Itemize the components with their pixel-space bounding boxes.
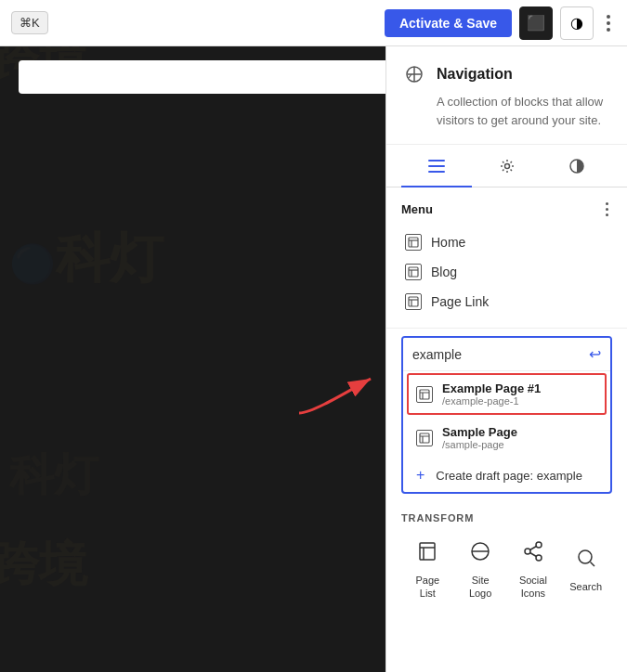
view-icon: ⬛ xyxy=(527,14,545,32)
create-draft-plus-icon: + xyxy=(416,467,425,484)
social-icons-label: SocialIcons xyxy=(519,574,547,601)
svg-point-30 xyxy=(525,549,530,554)
page-icon-page-link xyxy=(405,293,422,310)
svg-rect-5 xyxy=(428,165,445,167)
result-info-sample-page: Sample Page /sample-page xyxy=(442,425,517,450)
svg-point-29 xyxy=(536,542,542,548)
site-logo-label: SiteLogo xyxy=(469,574,491,601)
block-icon-tabs xyxy=(386,145,627,187)
svg-rect-18 xyxy=(420,390,429,399)
svg-point-7 xyxy=(504,163,509,168)
svg-rect-15 xyxy=(409,297,418,306)
tab-settings-view[interactable] xyxy=(472,145,542,187)
site-logo-icon xyxy=(464,535,497,568)
transform-search[interactable]: Search xyxy=(569,541,603,593)
svg-rect-9 xyxy=(409,238,418,247)
menu-item-blog-label: Blog xyxy=(431,265,457,279)
result-icon-example-page xyxy=(416,386,433,403)
svg-rect-12 xyxy=(409,267,418,277)
menu-more-options[interactable] xyxy=(602,199,612,220)
sidebar-panel: Template part Block × Navigation A colle… xyxy=(385,0,627,672)
search-dropdown: example ↩ Example Page #1 /example-page-… xyxy=(401,336,612,494)
svg-point-31 xyxy=(536,555,542,561)
search-icon xyxy=(569,541,603,575)
svg-rect-4 xyxy=(428,160,445,162)
result-url-sample-page: /sample-page xyxy=(442,439,517,450)
search-label: Search xyxy=(569,580,602,593)
navigation-block-icon xyxy=(401,61,427,87)
svg-line-32 xyxy=(529,553,536,557)
contrast-button[interactable]: ◑ xyxy=(560,6,594,40)
svg-rect-6 xyxy=(428,171,445,173)
tab-list-view[interactable] xyxy=(401,145,472,187)
create-draft-page[interactable]: + Create draft page: example xyxy=(403,459,610,492)
top-toolbar: ⌘K Activate & Save ⬛ ◑ xyxy=(0,0,627,46)
view-toggle-button[interactable]: ⬛ xyxy=(519,6,553,40)
svg-point-34 xyxy=(579,550,592,563)
result-name-example-page: Example Page #1 xyxy=(442,381,541,395)
transform-site-logo[interactable]: SiteLogo xyxy=(464,535,497,601)
block-title: Navigation xyxy=(437,66,513,83)
watermark-4: 科灯 xyxy=(9,446,98,505)
more-options-button[interactable] xyxy=(601,9,616,37)
transform-page-list[interactable]: PageList xyxy=(411,535,444,601)
block-description: A collection of blocks that allow visito… xyxy=(437,93,612,129)
watermark-2: 🔵科灯 xyxy=(9,223,163,295)
search-input-row: example ↩ xyxy=(403,338,610,371)
contrast-icon: ◑ xyxy=(570,14,583,32)
menu-section: Menu Home Blog xyxy=(386,187,627,329)
menu-item-page-link[interactable]: Page Link xyxy=(401,287,612,317)
search-return-icon[interactable]: ↩ xyxy=(589,345,601,363)
page-icon-blog xyxy=(405,264,422,280)
create-draft-label: Create draft page: example xyxy=(436,469,582,483)
page-icon-home xyxy=(405,234,422,251)
result-name-sample-page: Sample Page xyxy=(442,425,517,439)
result-icon-sample-page xyxy=(416,430,433,446)
menu-item-blog[interactable]: Blog xyxy=(401,257,612,287)
search-result-sample-page[interactable]: Sample Page /sample-page xyxy=(403,417,610,459)
watermark-3: 跨境 xyxy=(0,533,87,598)
tab-styles-view[interactable] xyxy=(542,145,612,187)
result-info-example-page: Example Page #1 /example-page-1 xyxy=(442,381,541,407)
svg-rect-24 xyxy=(420,543,435,560)
menu-label: Menu xyxy=(401,202,433,216)
transform-section: TRANSFORM PageList xyxy=(386,501,627,612)
transform-label: TRANSFORM xyxy=(401,512,612,523)
result-url-example-page: /example-page-1 xyxy=(442,395,541,407)
block-info-header: Navigation xyxy=(401,61,612,87)
search-input-value[interactable]: example xyxy=(412,347,589,362)
activate-save-button[interactable]: Activate & Save xyxy=(385,9,512,37)
command-shortcut[interactable]: ⌘K xyxy=(11,11,48,34)
red-arrow-indicator xyxy=(294,371,378,421)
social-icons-icon xyxy=(516,535,550,568)
shortcut-text: ⌘K xyxy=(20,16,40,30)
page-list-label: PageList xyxy=(416,574,440,601)
search-result-example-page[interactable]: Example Page #1 /example-page-1 xyxy=(407,373,607,415)
transform-social-icons[interactable]: SocialIcons xyxy=(516,535,550,601)
menu-item-page-link-label: Page Link xyxy=(431,294,489,309)
page-list-icon xyxy=(411,535,444,568)
block-info-section: Navigation A collection of blocks that a… xyxy=(386,46,627,145)
svg-line-33 xyxy=(529,547,536,550)
menu-item-home[interactable]: Home xyxy=(401,227,612,257)
menu-item-home-label: Home xyxy=(431,235,465,250)
transform-icons-row: PageList SiteLogo xyxy=(401,535,612,601)
svg-line-35 xyxy=(590,562,594,567)
menu-section-header: Menu xyxy=(401,199,612,220)
editor-canvas: 跨境 🔵科灯 跨境 科灯 xyxy=(0,0,385,672)
svg-rect-21 xyxy=(420,433,429,443)
